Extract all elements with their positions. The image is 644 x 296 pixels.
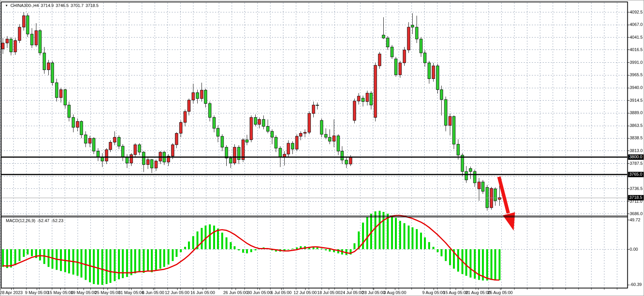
- macd-value: -52.47: [37, 218, 49, 223]
- quote-low: 3701.7: [71, 3, 84, 8]
- price-tick-label: 4067.0: [630, 22, 643, 27]
- time-tick-label: 19 May 05:00: [71, 290, 97, 295]
- macd-scale-zero: 0.00: [630, 247, 638, 252]
- price-tick-label: 3889.0: [630, 110, 643, 115]
- macd-scale-min: -60.39: [630, 282, 642, 287]
- price-tick-label: 4092.5: [630, 10, 643, 14]
- price-tick-label: 3813.0: [630, 148, 643, 153]
- time-tick-label: 12 Jul 05:00: [294, 290, 317, 295]
- price-tick-label: 3736.5: [630, 186, 643, 191]
- time-tick-label: 16 Jun 05:00: [190, 290, 215, 295]
- macd-signal-value: -52.23: [51, 218, 63, 223]
- price-tick-label: 3863.5: [630, 123, 643, 128]
- price-tick-label: 4041.5: [630, 35, 643, 39]
- macd-name: MACD(12,26,9): [6, 218, 35, 223]
- time-tick-label: 25 Aug 05:00: [488, 290, 513, 295]
- time-tick-label: 28 Apr 2023: [0, 290, 23, 295]
- price-tick-label: 3914.5: [630, 98, 643, 103]
- price-chart-canvas[interactable]: [0, 0, 644, 296]
- macd-indicator-label: MACD(12,26,9)-52.47-52.23: [6, 218, 65, 223]
- bid-price-label: 3718.5: [628, 195, 644, 200]
- level-price-label-3765[interactable]: 3765.0: [628, 172, 644, 177]
- level-price-label-3800[interactable]: 3800.0: [628, 154, 644, 160]
- time-tick-label: 15 May 05:00: [48, 290, 73, 295]
- time-tick-label: 15 Aug 05:00: [443, 290, 468, 295]
- price-tick-label: 3940.0: [630, 85, 643, 90]
- time-tick-label: 31 May 05:00: [118, 290, 144, 295]
- chart-window: ▼CHINA300-,H43714.93746.53701.73718.5 MA…: [0, 0, 644, 296]
- price-tick-label: 3965.5: [630, 72, 643, 77]
- time-tick-label: 18 Jul 05:00: [317, 290, 340, 295]
- price-tick-label: 4016.5: [630, 47, 643, 52]
- time-tick-label: 24 Jul 05:00: [340, 290, 364, 295]
- price-tick-label: 3686.0: [630, 211, 643, 216]
- time-tick-label: 9 Aug 05:00: [422, 290, 445, 295]
- time-tick-label: 3 Aug 05:00: [384, 290, 407, 295]
- symbol-timeframe-label: CHINA300-,H4: [10, 3, 39, 8]
- quote-close: 3718.5: [85, 3, 99, 8]
- quote-open: 3714.9: [41, 3, 54, 8]
- time-tick-label: 25 May 05:00: [95, 290, 121, 295]
- price-tick-label: 3838.5: [630, 135, 643, 140]
- time-tick-label: 12 Jun 05:00: [165, 290, 190, 295]
- time-tick-label: 6 Jun 05:00: [142, 290, 164, 295]
- time-tick-label: 6 Jul 05:00: [271, 290, 292, 295]
- quote-high: 3746.5: [56, 3, 69, 8]
- time-tick-label: 21 Aug 05:00: [466, 290, 491, 295]
- price-tick-label: 3991.0: [630, 60, 643, 65]
- macd-scale-max: 49.72: [630, 217, 641, 222]
- symbol-title: ▼CHINA300-,H43714.93746.53701.73718.5: [5, 3, 101, 8]
- symbol-dropdown-icon[interactable]: ▼: [5, 4, 8, 7]
- time-tick-label: 26 Jun 05:00: [223, 290, 248, 295]
- time-tick-label: 28 Jul 05:00: [362, 290, 385, 295]
- time-tick-label: 30 Jun 05:00: [247, 290, 272, 295]
- price-tick-label: 3787.5: [630, 161, 643, 166]
- time-tick-label: 9 May 05:00: [25, 290, 49, 295]
